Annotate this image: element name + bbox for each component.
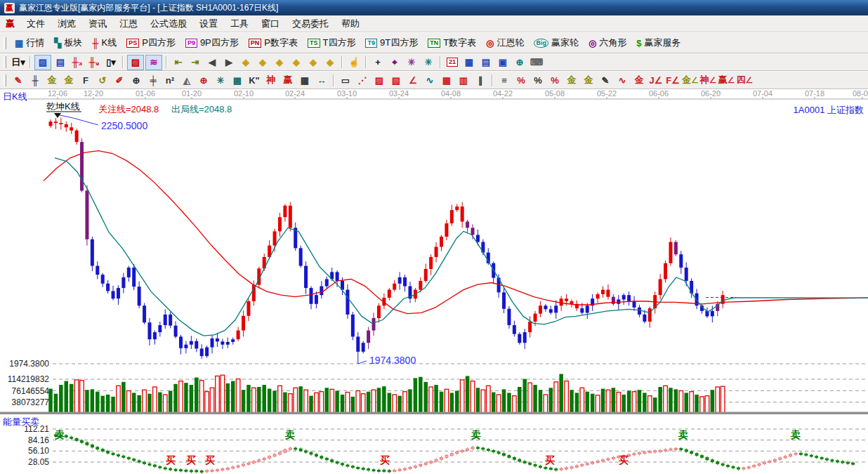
toolbar-button-period-day-dropdown[interactable]: 日▾ — [11, 55, 26, 70]
toolbar-button-number-grid[interactable]: ▦ — [297, 73, 313, 87]
toolbar-button-wave-channel[interactable]: ∿ — [614, 73, 630, 87]
toolbar-button-pattern-red[interactable]: ▨ — [127, 55, 144, 70]
toolbar-item-t-square[interactable]: TST四方形 — [303, 35, 360, 51]
toolbar-item-winner-wheel[interactable]: Big赢家轮 — [529, 35, 584, 51]
toolbar-button-wave-line[interactable]: ∿ — [422, 73, 438, 87]
toolbar-button-chart-pattern[interactable]: ▨ — [34, 55, 51, 70]
toolbar-button-workstation[interactable]: ⌨ — [529, 55, 544, 70]
toolbar-button-matrix-box[interactable]: ▩ — [230, 73, 245, 87]
toolbar-item-gann-wheel[interactable]: ◎江恩轮 — [481, 35, 529, 51]
menu-gann[interactable]: 江恩 — [113, 16, 144, 32]
toolbar-button-angle-f[interactable]: F∠ — [665, 73, 680, 87]
toolbar-button-expand-v[interactable]: ◈ — [305, 55, 321, 70]
toolbar-button-gann-compass[interactable]: ⊕ — [129, 73, 144, 87]
indicator-pane-label[interactable]: 能量买卖 — [3, 416, 39, 427]
toolbar-item-p-number-table[interactable]: PNP数字表 — [244, 35, 303, 51]
toolbar-button-nav-first[interactable]: ⇤ — [171, 55, 186, 70]
toolbar-button-percent[interactable]: % — [530, 73, 546, 87]
toolbar-button-mirror-angle[interactable]: ◭ — [179, 73, 195, 87]
toolbar-button-fan-box[interactable]: ▨ — [371, 73, 387, 87]
toolbar-button-pen-tool[interactable]: ✎ — [11, 73, 26, 87]
toolbar-button-fib-f[interactable]: F — [78, 73, 93, 87]
toolbar-item-winner-service[interactable]: $赢家服务 — [631, 35, 685, 51]
main-chart[interactable]: 12-0612-2001-0601-2002-1002-2403-1003-24… — [0, 89, 868, 474]
toolbar-button-zoom-tool[interactable]: ⌖ — [387, 55, 402, 70]
menu-formula-stock-pick[interactable]: 公式选股 — [144, 16, 193, 32]
toolbar-button-save[interactable]: ▣ — [495, 55, 511, 70]
toolbar-button-spider-web[interactable]: ✳ — [213, 73, 228, 87]
toolbar-button-box-select[interactable]: ▭ — [338, 73, 353, 87]
toolbar-button-bars-9[interactable]: ╫₉ — [86, 55, 102, 70]
toolbar-item-sectors[interactable]: ▚板块 — [49, 35, 87, 51]
toolbar-button-angle-shen[interactable]: 神∠ — [700, 73, 717, 87]
toolbar-button-nav-prev[interactable]: ◀ — [204, 55, 220, 70]
toolbar-button-percent-line[interactable]: % — [547, 73, 563, 87]
toolbar-item-t-number-table[interactable]: TNT数字表 — [423, 35, 481, 51]
toolbar-button-trend-angle[interactable]: ∠ — [405, 73, 421, 87]
toolbar-button-line-box[interactable]: ▧ — [388, 73, 404, 87]
toolbar-item-hexagon[interactable]: ◎六角形 — [584, 35, 631, 51]
toolbar-button-gold-channel[interactable]: 金 — [631, 73, 647, 87]
toolbar-button-expand-h[interactable]: ◈ — [272, 55, 287, 70]
toolbar-item-9t-square[interactable]: T99T四方形 — [360, 35, 423, 51]
toolbar-button-candle-style-dropdown[interactable]: ▯▾ — [103, 55, 119, 70]
toolbar-button-draw-tool-purple[interactable]: ✳ — [404, 55, 419, 70]
pane-label-daily-kline[interactable]: 日K线 — [3, 91, 27, 102]
toolbar-button-angle-four[interactable]: 四∠ — [736, 73, 753, 87]
toolbar-button-win-marker[interactable]: 赢 — [280, 73, 296, 87]
toolbar-button-percent-retrace[interactable]: % — [513, 73, 529, 87]
toolbar-button-info-panel[interactable]: ▤ — [53, 55, 68, 70]
toolbar-button-marker-pen[interactable]: ✎ — [598, 73, 613, 87]
toolbar-button-gold-square-2[interactable]: 金 — [61, 73, 77, 87]
toolbar-item-quotes[interactable]: ▦行情 — [10, 35, 49, 51]
menu-tools[interactable]: 工具 — [224, 16, 255, 32]
toolbar-button-bars-3[interactable]: ╫₃ — [70, 55, 85, 70]
toolbar-button-parallel-lines[interactable]: ∥ — [473, 73, 488, 87]
menu-news[interactable]: 资讯 — [82, 16, 113, 32]
toolbar-button-gann-line[interactable]: ╫ — [27, 73, 43, 87]
toolbar-item-9p-square[interactable]: P99P四方形 — [180, 35, 244, 51]
toolbar-button-hand-tool[interactable]: ☝ — [346, 55, 362, 70]
menu-browse[interactable]: 浏览 — [51, 16, 82, 32]
toolbar-button-k-marker[interactable]: K" — [246, 73, 262, 87]
toolbar-button-angle-gold[interactable]: 金∠ — [682, 73, 699, 87]
toolbar-button-target-circle[interactable]: ⊕ — [196, 73, 211, 87]
toolbar-button-world-data[interactable]: ⊕ — [512, 55, 527, 70]
toolbar-button-width-measure[interactable]: ↔ — [314, 73, 329, 87]
toolbar-item-kline[interactable]: ╫K线 — [87, 35, 121, 51]
menu-trade-order[interactable]: 交易委托 — [286, 16, 335, 32]
toolbar-button-stat-bars[interactable]: ≡ — [497, 73, 512, 87]
toolbar-button-dense-grid[interactable]: ▦ — [439, 73, 454, 87]
toolbar-button-gold-square-1[interactable]: 金 — [44, 73, 60, 87]
menu-help[interactable]: 帮助 — [335, 16, 366, 32]
menu-file[interactable]: 文件 — [20, 16, 51, 32]
toolbar-button-gold-circle[interactable]: 金 — [564, 73, 579, 87]
toolbar-button-zoom-out-h[interactable]: ◈ — [238, 55, 254, 70]
toolbar-button-notes[interactable]: ▤ — [478, 55, 494, 70]
toolbar-button-calculator[interactable]: ▦ — [461, 55, 477, 70]
toolbar-item-p-square[interactable]: PSP四方形 — [121, 35, 180, 51]
toolbar-button-nav-next[interactable]: ▶ — [221, 55, 237, 70]
toolbar-button-n-square[interactable]: n² — [162, 73, 178, 87]
toolbar-button-draw-tool-teal[interactable]: ✳ — [421, 55, 436, 70]
toolbar-button-fan-lines[interactable]: ⋰ — [355, 73, 370, 87]
toolbar-button-shen-marker[interactable]: 神 — [263, 73, 279, 87]
toolbar-button-angle-j[interactable]: J∠ — [648, 73, 664, 87]
menu-settings[interactable]: 设置 — [193, 16, 224, 32]
toolbar-button-angle-win[interactable]: 赢∠ — [718, 73, 735, 87]
toolbar-button-crosshair-tool[interactable]: + — [370, 55, 386, 70]
toolbar-button-price-ruler[interactable]: ╪ — [145, 73, 161, 87]
menu-window[interactable]: 窗口 — [255, 16, 286, 32]
toolbar-button-spiral[interactable]: ↺ — [95, 73, 110, 87]
indicator-candle — [841, 461, 844, 463]
toolbar-button-compress-v[interactable]: ◈ — [322, 55, 338, 70]
toolbar-button-compress-h[interactable]: ◈ — [289, 55, 304, 70]
toolbar-button-angle-pen[interactable]: ✐ — [112, 73, 127, 87]
toolbar-button-zoom-in-h[interactable]: ◈ — [255, 55, 270, 70]
toolbar-button-gold-lines[interactable]: 金 — [581, 73, 596, 87]
indicator-candle — [96, 447, 99, 449]
toolbar-button-volume-profile[interactable]: ≋ — [145, 55, 162, 70]
toolbar-button-calendar[interactable]: 21 — [445, 55, 460, 70]
toolbar-button-dense-grid-2[interactable]: ▥ — [456, 73, 471, 87]
toolbar-button-nav-last[interactable]: ⇥ — [188, 55, 203, 70]
